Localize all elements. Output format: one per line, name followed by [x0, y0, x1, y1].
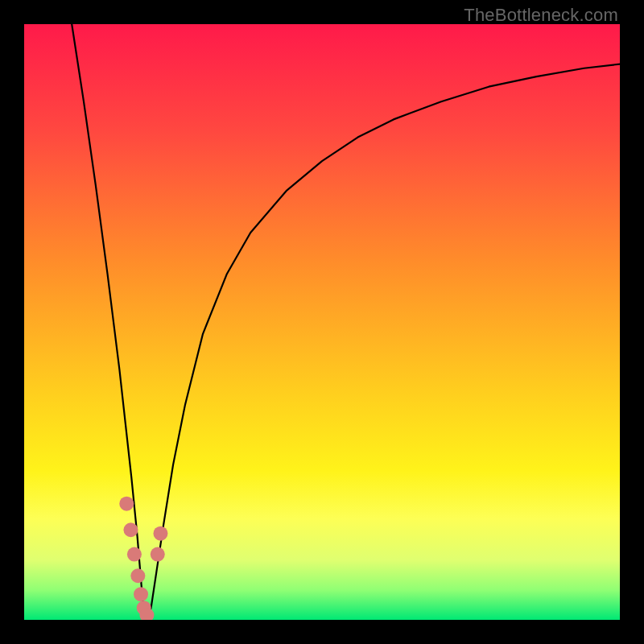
chart-frame: TheBottleneck.com — [0, 0, 644, 644]
watermark-label: TheBottleneck.com — [464, 5, 618, 26]
highlight-dot — [123, 522, 138, 537]
highlight-dot — [130, 568, 145, 583]
chart-svg — [24, 24, 620, 620]
highlight-dot — [119, 497, 134, 511]
highlight-dot — [134, 587, 148, 601]
highlight-dot — [151, 547, 165, 562]
highlight-dot — [127, 547, 142, 562]
highlight-dot — [153, 526, 167, 541]
plot-area — [24, 24, 620, 620]
